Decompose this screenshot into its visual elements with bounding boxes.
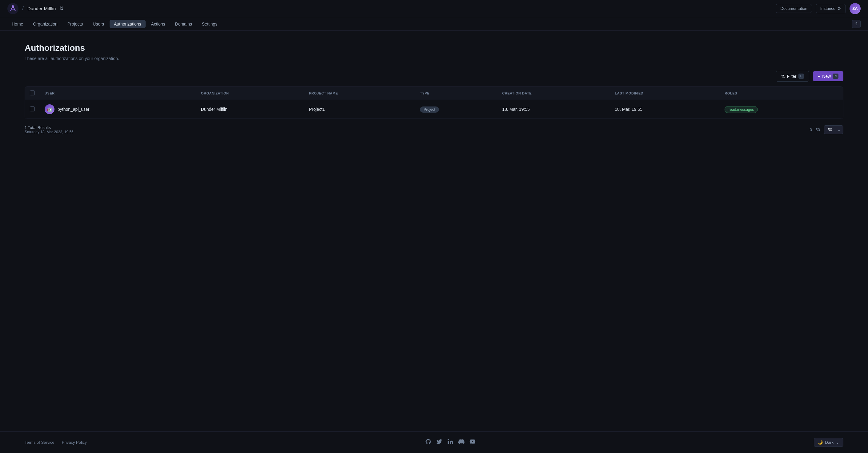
linkedin-icon[interactable] xyxy=(447,439,454,446)
org-switcher-button[interactable]: ⇅ xyxy=(58,5,65,12)
result-summary: 1 Total Results Saturday 18. Mar 2023, 1… xyxy=(25,125,73,134)
topbar: / Dunder Mifflin ⇅ Documentation Instanc… xyxy=(0,0,868,17)
page-title: Authorizations xyxy=(25,43,843,53)
role-badge: read:messages xyxy=(724,106,758,113)
nav-divider: / xyxy=(22,5,24,12)
col-creation-date: CREATION DATE xyxy=(497,87,610,100)
twitter-icon[interactable] xyxy=(436,439,442,446)
github-icon[interactable] xyxy=(425,439,431,446)
theme-label: Dark xyxy=(825,440,834,445)
per-page-control: 0 - 50 50 10 25 100 xyxy=(810,125,843,134)
col-roles: ROLES xyxy=(720,87,843,100)
moon-icon: 🌙 xyxy=(818,440,823,445)
row-type: Project xyxy=(415,100,497,119)
topbar-left: / Dunder Mifflin ⇅ xyxy=(7,3,65,14)
col-user: USER xyxy=(40,87,196,100)
total-results: 1 Total Results xyxy=(25,125,73,130)
topbar-right: Documentation Instance ⚙ ZA xyxy=(776,3,861,14)
discord-icon[interactable] xyxy=(458,439,464,446)
subnav: Home Organization Projects Users Authori… xyxy=(0,17,868,31)
new-label: New xyxy=(822,74,831,79)
page-subtitle: These are all authorizations on your org… xyxy=(25,56,843,61)
table-row[interactable]: 🤖 python_api_user Dunder Mifflin Project… xyxy=(25,100,843,119)
nav-item-actions[interactable]: Actions xyxy=(147,20,169,28)
svg-point-2 xyxy=(447,439,448,440)
nav-item-settings[interactable]: Settings xyxy=(197,20,222,28)
table-header: USER ORGANIZATION PROJECT NAME TYPE CREA… xyxy=(25,87,843,100)
switcher-icon: ⇅ xyxy=(59,5,63,11)
new-button[interactable]: + New N xyxy=(813,71,843,81)
gear-icon: ⚙ xyxy=(837,6,841,11)
chevron-down-icon: ⌄ xyxy=(836,440,839,445)
nav-item-domains[interactable]: Domains xyxy=(171,20,196,28)
pagination: 1 Total Results Saturday 18. Mar 2023, 1… xyxy=(25,125,843,134)
footer: Terms of Service Privacy Policy xyxy=(0,431,868,453)
table: USER ORGANIZATION PROJECT NAME TYPE CREA… xyxy=(25,87,843,119)
plus-icon: + xyxy=(818,74,820,79)
row-roles: read:messages xyxy=(720,100,843,119)
username: python_api_user xyxy=(58,107,90,112)
select-all-checkbox[interactable] xyxy=(30,91,35,95)
col-project-name: PROJECT NAME xyxy=(304,87,415,100)
type-badge: Project xyxy=(420,106,439,112)
help-button[interactable]: ? xyxy=(852,20,861,28)
user-cell: 🤖 python_api_user xyxy=(44,104,191,114)
filter-label: Filter xyxy=(787,74,796,79)
footer-links: Terms of Service Privacy Policy xyxy=(25,440,87,445)
instance-label: Instance xyxy=(820,6,835,11)
avatar[interactable]: ZA xyxy=(849,3,861,14)
col-last-modified: LAST MODIFIED xyxy=(610,87,720,100)
user-avatar: 🤖 xyxy=(44,104,55,114)
row-checkbox-cell xyxy=(25,100,40,119)
filter-button[interactable]: ⚗ Filter F xyxy=(776,71,809,82)
logo-icon xyxy=(7,3,19,14)
theme-toggle-button[interactable]: 🌙 Dark ⌄ xyxy=(814,438,843,447)
nav-item-users[interactable]: Users xyxy=(88,20,108,28)
col-checkbox xyxy=(25,87,40,100)
main-content: Authorizations These are all authorizati… xyxy=(0,31,868,431)
nav-item-authorizations[interactable]: Authorizations xyxy=(110,20,146,28)
col-type: TYPE xyxy=(415,87,497,100)
terms-of-service-link[interactable]: Terms of Service xyxy=(25,440,55,445)
row-project-name: Project1 xyxy=(304,100,415,119)
new-kbd: N xyxy=(833,73,838,79)
row-organization: Dunder Mifflin xyxy=(196,100,304,119)
row-creation-date: 18. Mar, 19:55 xyxy=(497,100,610,119)
table-header-row: USER ORGANIZATION PROJECT NAME TYPE CREA… xyxy=(25,87,843,100)
row-checkbox[interactable] xyxy=(30,106,35,111)
help-icon: ? xyxy=(855,22,858,26)
youtube-icon[interactable] xyxy=(469,439,475,446)
range-label: 0 - 50 xyxy=(810,127,820,132)
per-page-wrapper: 50 10 25 100 xyxy=(824,125,843,134)
result-date: Saturday 18. Mar 2023, 19:55 xyxy=(25,130,73,134)
logo-area: / Dunder Mifflin ⇅ xyxy=(7,3,65,14)
footer-social-icons xyxy=(425,439,475,446)
filter-kbd: F xyxy=(799,73,804,79)
nav-item-home[interactable]: Home xyxy=(7,20,27,28)
filter-icon: ⚗ xyxy=(781,74,785,79)
toolbar: ⚗ Filter F + New N xyxy=(25,71,843,82)
per-page-select[interactable]: 50 10 25 100 xyxy=(824,125,843,134)
col-organization: ORGANIZATION xyxy=(196,87,304,100)
row-last-modified: 18. Mar, 19:55 xyxy=(610,100,720,119)
documentation-button[interactable]: Documentation xyxy=(776,4,812,13)
svg-point-0 xyxy=(7,3,19,14)
instance-button[interactable]: Instance ⚙ xyxy=(816,4,846,13)
nav-item-organization[interactable]: Organization xyxy=(29,20,62,28)
org-name: Dunder Mifflin xyxy=(27,6,56,11)
nav-item-projects[interactable]: Projects xyxy=(63,20,87,28)
table-body: 🤖 python_api_user Dunder Mifflin Project… xyxy=(25,100,843,119)
authorizations-table: USER ORGANIZATION PROJECT NAME TYPE CREA… xyxy=(25,87,843,119)
privacy-policy-link[interactable]: Privacy Policy xyxy=(62,440,87,445)
svg-point-1 xyxy=(12,5,14,7)
row-user: 🤖 python_api_user xyxy=(40,100,196,119)
